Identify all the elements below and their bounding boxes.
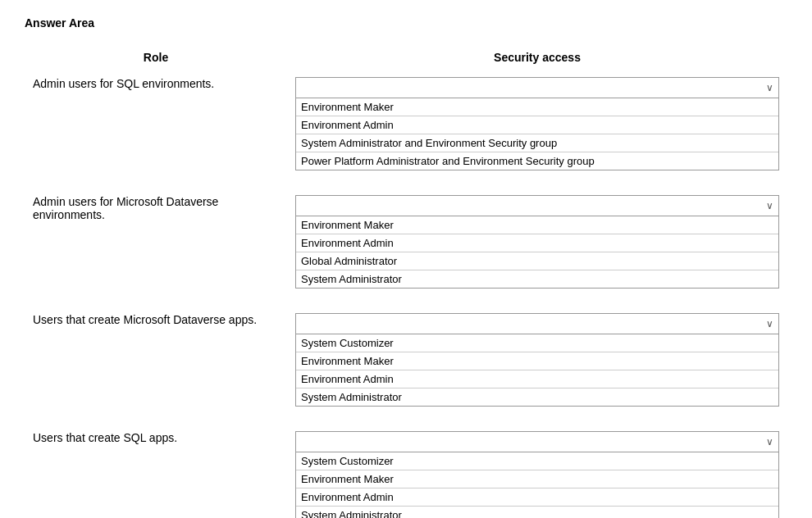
table-header: Role Security access (25, 46, 787, 69)
option-item[interactable]: Environment Maker (296, 216, 778, 234)
dropdown-container: System CustomizerEnvironment MakerEnviro… (295, 313, 779, 407)
option-item[interactable]: System Administrator (296, 388, 778, 406)
security-access-cell: System CustomizerEnvironment MakerEnviro… (287, 423, 787, 518)
dropdown-box-dataverse-apps[interactable] (295, 313, 779, 334)
options-list-sql-environments: Environment MakerEnvironment AdminSystem… (295, 98, 779, 170)
role-label: Admin users for Microsoft Dataverse envi… (25, 187, 287, 305)
role-label: Users that create Microsoft Dataverse ap… (25, 305, 287, 423)
option-item[interactable]: Environment Maker (296, 98, 778, 116)
option-item[interactable]: Environment Maker (296, 470, 778, 488)
security-access-cell: Environment MakerEnvironment AdminGlobal… (287, 187, 787, 305)
option-item[interactable]: System Customizer (296, 452, 778, 470)
table-row: Users that create SQL apps.System Custom… (25, 423, 787, 518)
options-list-dataverse-apps: System CustomizerEnvironment MakerEnviro… (295, 334, 779, 407)
options-list-sql-apps: System CustomizerEnvironment MakerEnviro… (295, 452, 779, 518)
option-item[interactable]: Environment Admin (296, 116, 778, 134)
option-item[interactable]: Power Platform Administrator and Environ… (296, 152, 778, 170)
answer-table: Role Security access Admin users for SQL… (25, 46, 787, 518)
option-item[interactable]: System Administrator (296, 507, 778, 518)
option-item[interactable]: Global Administrator (296, 252, 778, 270)
security-access-cell: System CustomizerEnvironment MakerEnviro… (287, 305, 787, 423)
option-item[interactable]: Environment Admin (296, 370, 778, 388)
dropdown-box-sql-apps[interactable] (295, 431, 779, 452)
section-title: Answer Area (25, 16, 787, 30)
answer-area: Answer Area Role Security access Admin u… (25, 16, 787, 518)
option-item[interactable]: System Customizer (296, 334, 778, 352)
security-access-cell: Environment MakerEnvironment AdminSystem… (287, 69, 787, 187)
table-row: Admin users for SQL environments.Environ… (25, 69, 787, 187)
dropdown-container: System CustomizerEnvironment MakerEnviro… (295, 431, 779, 518)
table-row: Admin users for Microsoft Dataverse envi… (25, 187, 787, 305)
role-label: Admin users for SQL environments. (25, 69, 287, 187)
option-item[interactable]: System Administrator and Environment Sec… (296, 134, 778, 152)
option-item[interactable]: System Administrator (296, 270, 778, 288)
role-column-header: Role (25, 46, 287, 69)
options-list-dataverse-environments: Environment MakerEnvironment AdminGlobal… (295, 216, 779, 289)
role-label: Users that create SQL apps. (25, 423, 287, 518)
dropdown-box-sql-environments[interactable] (295, 77, 779, 98)
table-row: Users that create Microsoft Dataverse ap… (25, 305, 787, 423)
security-column-header: Security access (287, 46, 787, 69)
dropdown-container: Environment MakerEnvironment AdminSystem… (295, 77, 779, 170)
option-item[interactable]: Environment Maker (296, 352, 778, 370)
option-item[interactable]: Environment Admin (296, 488, 778, 507)
option-item[interactable]: Environment Admin (296, 234, 778, 252)
dropdown-box-dataverse-environments[interactable] (295, 195, 779, 216)
dropdown-container: Environment MakerEnvironment AdminGlobal… (295, 195, 779, 289)
